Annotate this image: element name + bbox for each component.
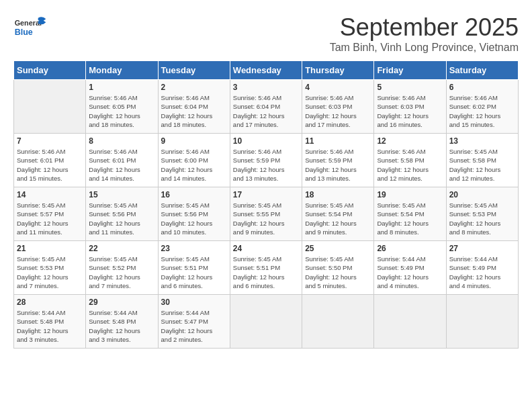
calendar-cell: 24Sunrise: 5:45 AM Sunset: 5:51 PM Dayli…	[230, 241, 302, 295]
day-sun-info: Sunrise: 5:45 AM Sunset: 5:51 PM Dayligh…	[161, 255, 227, 290]
day-sun-info: Sunrise: 5:46 AM Sunset: 6:01 PM Dayligh…	[17, 147, 83, 183]
day-number: 11	[305, 136, 371, 146]
day-number: 23	[161, 244, 227, 253]
day-sun-info: Sunrise: 5:45 AM Sunset: 5:50 PM Dayligh…	[305, 255, 371, 290]
day-sun-info: Sunrise: 5:45 AM Sunset: 5:53 PM Dayligh…	[17, 255, 83, 290]
svg-text:Blue: Blue	[15, 28, 33, 37]
day-number: 9	[161, 136, 227, 146]
day-number: 10	[233, 136, 299, 146]
day-sun-info: Sunrise: 5:45 AM Sunset: 5:56 PM Dayligh…	[161, 201, 227, 236]
calendar-cell: 15Sunrise: 5:45 AM Sunset: 5:56 PM Dayli…	[86, 187, 158, 241]
day-number: 15	[89, 190, 154, 199]
calendar-cell	[446, 295, 518, 349]
month-year-title: September 2025	[330, 13, 519, 42]
day-number: 5	[377, 83, 443, 92]
day-sun-info: Sunrise: 5:45 AM Sunset: 5:54 PM Dayligh…	[305, 201, 371, 236]
day-sun-info: Sunrise: 5:45 AM Sunset: 5:51 PM Dayligh…	[233, 255, 299, 290]
calendar-cell: 19Sunrise: 5:45 AM Sunset: 5:54 PM Dayli…	[374, 187, 446, 241]
day-number: 21	[17, 244, 83, 253]
day-number: 24	[233, 244, 299, 253]
day-sun-info: Sunrise: 5:46 AM Sunset: 5:59 PM Dayligh…	[233, 147, 299, 183]
calendar-cell: 5Sunrise: 5:46 AM Sunset: 6:03 PM Daylig…	[374, 80, 446, 134]
day-sun-info: Sunrise: 5:46 AM Sunset: 6:04 PM Dayligh…	[161, 93, 227, 129]
day-number: 14	[17, 190, 83, 199]
calendar-body: 1Sunrise: 5:46 AM Sunset: 6:05 PM Daylig…	[14, 80, 519, 349]
calendar-cell: 2Sunrise: 5:46 AM Sunset: 6:04 PM Daylig…	[158, 80, 230, 134]
day-number: 27	[449, 244, 515, 253]
calendar-cell	[302, 295, 374, 349]
day-number: 16	[161, 190, 227, 199]
calendar-cell: 20Sunrise: 5:45 AM Sunset: 5:53 PM Dayli…	[446, 187, 518, 241]
day-number: 25	[305, 244, 371, 253]
day-number: 12	[377, 136, 443, 146]
day-number: 1	[89, 83, 154, 92]
day-number: 22	[89, 244, 154, 253]
calendar-cell: 28Sunrise: 5:44 AM Sunset: 5:48 PM Dayli…	[14, 295, 86, 349]
day-number: 2	[161, 83, 227, 92]
calendar-cell: 7Sunrise: 5:46 AM Sunset: 6:01 PM Daylig…	[14, 134, 86, 187]
day-number: 7	[17, 136, 83, 146]
calendar-cell: 23Sunrise: 5:45 AM Sunset: 5:51 PM Dayli…	[158, 241, 230, 295]
day-number: 29	[89, 298, 154, 307]
calendar-cell: 6Sunrise: 5:46 AM Sunset: 6:02 PM Daylig…	[446, 80, 518, 134]
day-number: 28	[17, 298, 83, 307]
day-sun-info: Sunrise: 5:45 AM Sunset: 5:52 PM Dayligh…	[89, 255, 154, 290]
calendar-cell: 10Sunrise: 5:46 AM Sunset: 5:59 PM Dayli…	[230, 134, 302, 187]
calendar-cell: 17Sunrise: 5:45 AM Sunset: 5:55 PM Dayli…	[230, 187, 302, 241]
calendar-cell	[374, 295, 446, 349]
day-of-week-header: Sunday	[14, 61, 86, 80]
day-sun-info: Sunrise: 5:45 AM Sunset: 5:57 PM Dayligh…	[17, 201, 83, 236]
calendar-cell: 1Sunrise: 5:46 AM Sunset: 6:05 PM Daylig…	[86, 80, 158, 134]
day-number: 8	[89, 136, 154, 146]
calendar-cell	[230, 295, 302, 349]
calendar-cell: 8Sunrise: 5:46 AM Sunset: 6:01 PM Daylig…	[86, 134, 158, 187]
day-sun-info: Sunrise: 5:44 AM Sunset: 5:47 PM Dayligh…	[161, 308, 227, 344]
location-subtitle: Tam Binh, Vinh Long Province, Vietnam	[330, 42, 519, 54]
day-of-week-header: Tuesday	[158, 61, 230, 80]
page-header: General Blue September 2025 Tam Binh, Vi…	[13, 13, 519, 54]
logo-icon: General Blue	[13, 13, 47, 40]
day-sun-info: Sunrise: 5:46 AM Sunset: 6:00 PM Dayligh…	[161, 147, 227, 183]
day-number: 20	[449, 190, 515, 199]
calendar-cell: 9Sunrise: 5:46 AM Sunset: 6:00 PM Daylig…	[158, 134, 230, 187]
calendar-cell: 29Sunrise: 5:44 AM Sunset: 5:48 PM Dayli…	[86, 295, 158, 349]
day-number: 18	[305, 190, 371, 199]
svg-text:General: General	[15, 19, 42, 27]
calendar-cell: 3Sunrise: 5:46 AM Sunset: 6:04 PM Daylig…	[230, 80, 302, 134]
calendar-cell: 14Sunrise: 5:45 AM Sunset: 5:57 PM Dayli…	[14, 187, 86, 241]
day-sun-info: Sunrise: 5:44 AM Sunset: 5:48 PM Dayligh…	[17, 308, 83, 344]
calendar-cell: 25Sunrise: 5:45 AM Sunset: 5:50 PM Dayli…	[302, 241, 374, 295]
calendar-table: SundayMondayTuesdayWednesdayThursdayFrid…	[13, 60, 519, 349]
calendar-cell: 12Sunrise: 5:46 AM Sunset: 5:58 PM Dayli…	[374, 134, 446, 187]
calendar-week-row: 14Sunrise: 5:45 AM Sunset: 5:57 PM Dayli…	[14, 187, 519, 241]
day-number: 6	[449, 83, 515, 92]
day-sun-info: Sunrise: 5:46 AM Sunset: 5:58 PM Dayligh…	[377, 147, 443, 183]
day-sun-info: Sunrise: 5:46 AM Sunset: 6:04 PM Dayligh…	[233, 93, 299, 129]
day-number: 17	[233, 190, 299, 199]
calendar-cell: 21Sunrise: 5:45 AM Sunset: 5:53 PM Dayli…	[14, 241, 86, 295]
calendar-header-row: SundayMondayTuesdayWednesdayThursdayFrid…	[14, 61, 519, 80]
calendar-cell: 16Sunrise: 5:45 AM Sunset: 5:56 PM Dayli…	[158, 187, 230, 241]
day-sun-info: Sunrise: 5:44 AM Sunset: 5:49 PM Dayligh…	[377, 255, 443, 290]
day-sun-info: Sunrise: 5:46 AM Sunset: 5:59 PM Dayligh…	[305, 147, 371, 183]
day-number: 26	[377, 244, 443, 253]
day-sun-info: Sunrise: 5:44 AM Sunset: 5:49 PM Dayligh…	[449, 255, 515, 290]
day-sun-info: Sunrise: 5:45 AM Sunset: 5:56 PM Dayligh…	[89, 201, 154, 236]
day-number: 30	[161, 298, 227, 307]
day-number: 13	[449, 136, 515, 146]
day-sun-info: Sunrise: 5:46 AM Sunset: 6:03 PM Dayligh…	[377, 93, 443, 129]
day-of-week-header: Saturday	[446, 61, 518, 80]
day-number: 19	[377, 190, 443, 199]
day-of-week-header: Thursday	[302, 61, 374, 80]
calendar-cell: 26Sunrise: 5:44 AM Sunset: 5:49 PM Dayli…	[374, 241, 446, 295]
calendar-cell: 13Sunrise: 5:45 AM Sunset: 5:58 PM Dayli…	[446, 134, 518, 187]
title-area: September 2025 Tam Binh, Vinh Long Provi…	[330, 13, 519, 54]
day-sun-info: Sunrise: 5:46 AM Sunset: 6:02 PM Dayligh…	[449, 93, 515, 129]
calendar-cell: 18Sunrise: 5:45 AM Sunset: 5:54 PM Dayli…	[302, 187, 374, 241]
calendar-cell: 27Sunrise: 5:44 AM Sunset: 5:49 PM Dayli…	[446, 241, 518, 295]
calendar-week-row: 28Sunrise: 5:44 AM Sunset: 5:48 PM Dayli…	[14, 295, 519, 349]
calendar-cell: 4Sunrise: 5:46 AM Sunset: 6:03 PM Daylig…	[302, 80, 374, 134]
calendar-week-row: 21Sunrise: 5:45 AM Sunset: 5:53 PM Dayli…	[14, 241, 519, 295]
day-of-week-header: Monday	[86, 61, 158, 80]
day-of-week-header: Friday	[374, 61, 446, 80]
